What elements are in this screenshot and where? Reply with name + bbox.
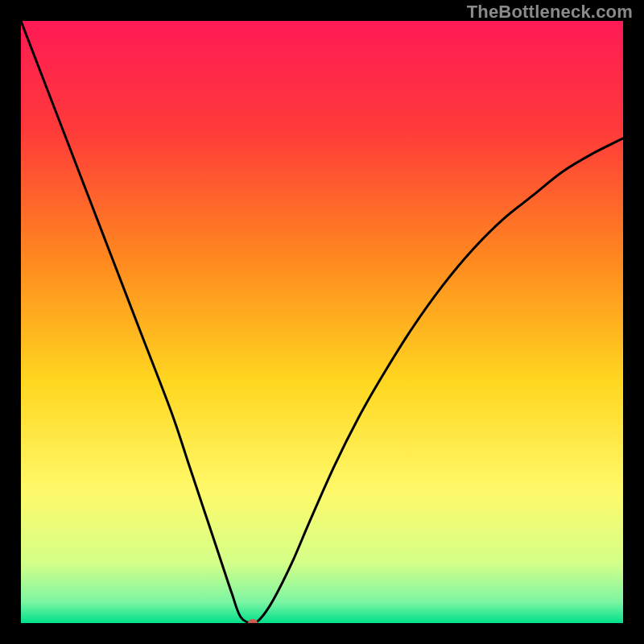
bottleneck-chart xyxy=(21,21,623,623)
chart-background xyxy=(21,21,623,623)
watermark-text: TheBottleneck.com xyxy=(467,2,633,23)
chart-frame xyxy=(21,21,623,623)
